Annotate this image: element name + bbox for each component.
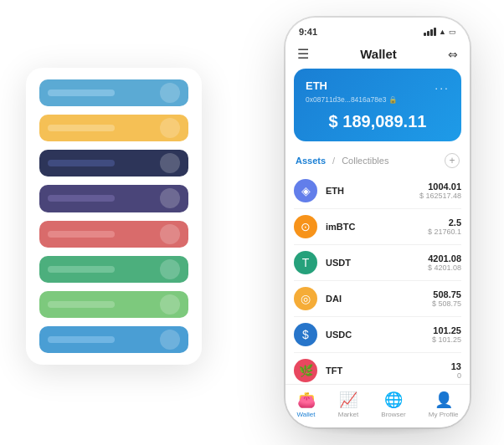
asset-icon-imbtc: ⊙ [294,215,317,238]
nav-icon-browser: 🌐 [384,391,403,409]
asset-icon-usdt: T [294,251,317,274]
asset-usd-amount-dai: $ 508.75 [432,299,461,308]
asset-amounts-usdt: 4201.08$ 4201.08 [428,253,461,272]
eth-card: ETH ... 0x08711d3e...8416a78e3 🔒 $ 189,0… [294,69,461,141]
asset-usd-amount-tft: 0 [451,371,461,380]
status-icons: ▲ ▭ [424,28,456,36]
status-time: 9:41 [299,27,317,37]
nav-label-browser: Browser [381,411,405,418]
bg-card-text-7 [48,336,115,343]
asset-usd-amount-usdc: $ 101.25 [432,335,461,344]
asset-item[interactable]: ◈ETH1004.01$ 162517.48 [294,173,461,209]
asset-crypto-amount-imbtc: 2.5 [428,217,461,228]
eth-address: 0x08711d3e...8416a78e3 🔒 [306,95,450,104]
asset-name-imbtc: imBTC [326,222,419,232]
wifi-icon: ▲ [439,28,446,36]
bg-card-panel [26,68,202,365]
asset-icon-usdc: $ [294,323,317,346]
asset-crypto-amount-dai: 508.75 [432,289,461,299]
bg-card-strip-3 [39,185,188,212]
phone-mockup: 9:41 ▲ ▭ ☰ Wallet ⇔ ETH [285,18,470,427]
bg-card-icon-4 [160,224,180,244]
bg-card-text-5 [48,266,115,273]
nav-item-browser[interactable]: 🌐Browser [381,391,405,418]
scene: 9:41 ▲ ▭ ☰ Wallet ⇔ ETH [9,9,495,436]
asset-icon-eth: ◈ [294,179,317,202]
bg-card-icon-3 [160,188,180,208]
bg-card-strip-4 [39,221,188,248]
bg-card-text-0 [48,90,115,96]
nav-label-wallet: Wallet [297,411,316,418]
eth-card-header: ETH ... [306,79,450,92]
nav-label-my-profile: My Profile [429,411,459,418]
asset-icon-dai: ◎ [294,287,317,310]
asset-item[interactable]: ◎DAI508.75$ 508.75 [294,281,461,317]
asset-usd-amount-eth: $ 162517.48 [419,192,461,200]
tab-assets[interactable]: Assets [296,156,326,166]
bg-card-strip-6 [39,291,188,318]
asset-usd-amount-imbtc: $ 21760.1 [428,228,461,236]
bg-card-icon-5 [160,259,180,279]
eth-balance: $ 189,089.11 [306,112,450,131]
nav-icon-my-profile: 👤 [435,391,453,409]
asset-name-usdc: USDC [326,330,424,340]
assets-header: Assets / Collectibles + [285,150,470,173]
eth-card-label: ETH [306,79,327,92]
bg-card-text-1 [48,125,115,131]
battery-icon: ▭ [449,28,456,36]
assets-tabs: Assets / Collectibles [296,156,388,166]
asset-list: ◈ETH1004.01$ 162517.48⊙imBTC2.5$ 21760.1… [285,173,470,384]
bg-card-strip-0 [39,79,188,106]
asset-name-dai: DAI [326,294,424,304]
asset-amounts-dai: 508.75$ 508.75 [432,289,461,308]
asset-amounts-tft: 130 [451,361,461,380]
asset-item[interactable]: 🌿TFT130 [294,353,461,384]
scan-icon[interactable]: ⇔ [448,48,458,61]
signal-bar-1 [424,33,426,36]
asset-item[interactable]: TUSDT4201.08$ 4201.08 [294,245,461,281]
tabs-divider: / [332,156,335,166]
nav-item-market[interactable]: 📈Market [338,391,358,418]
phone-content: ETH ... 0x08711d3e...8416a78e3 🔒 $ 189,0… [285,69,470,384]
bg-card-strip-7 [39,326,188,353]
nav-label-market: Market [338,411,358,418]
bg-card-text-6 [48,301,115,308]
asset-crypto-amount-usdt: 4201.08 [428,253,461,263]
menu-icon[interactable]: ☰ [297,46,309,62]
phone-header: ☰ Wallet ⇔ [285,41,470,69]
asset-item[interactable]: ⊙imBTC2.5$ 21760.1 [294,209,461,245]
nav-item-wallet[interactable]: 👛Wallet [297,391,316,418]
bg-card-icon-1 [160,118,180,138]
asset-crypto-amount-tft: 13 [451,361,461,371]
nav-icon-wallet: 👛 [297,391,316,409]
asset-crypto-amount-eth: 1004.01 [419,182,461,192]
nav-icon-market: 📈 [339,391,357,409]
asset-usd-amount-usdt: $ 4201.08 [428,263,461,272]
add-asset-button[interactable]: + [445,153,460,168]
bg-card-icon-0 [160,83,180,103]
signal-bar-3 [430,29,433,36]
asset-item[interactable]: $USDC101.25$ 101.25 [294,317,461,353]
asset-name-eth: ETH [326,186,411,196]
bg-card-text-4 [48,231,115,238]
asset-icon-tft: 🌿 [294,359,317,382]
page-title: Wallet [360,47,397,61]
tab-collectibles[interactable]: Collectibles [342,156,388,166]
signal-bar-2 [427,31,429,36]
signal-bar-4 [434,28,436,36]
asset-name-tft: TFT [326,366,443,376]
nav-item-my-profile[interactable]: 👤My Profile [429,391,459,418]
asset-amounts-usdc: 101.25$ 101.25 [432,325,461,344]
asset-crypto-amount-usdc: 101.25 [432,325,461,335]
bg-card-strip-2 [39,150,188,176]
bg-card-icon-7 [160,330,180,350]
bg-card-text-2 [48,160,115,166]
bg-card-strip-1 [39,115,188,141]
asset-amounts-imbtc: 2.5$ 21760.1 [428,217,461,236]
eth-card-menu[interactable]: ... [435,79,450,92]
status-bar: 9:41 ▲ ▭ [285,18,470,41]
bottom-nav: 👛Wallet📈Market🌐Browser👤My Profile [285,384,470,427]
asset-amounts-eth: 1004.01$ 162517.48 [419,182,461,200]
bg-card-icon-2 [160,153,180,173]
asset-name-usdt: USDT [326,258,419,268]
